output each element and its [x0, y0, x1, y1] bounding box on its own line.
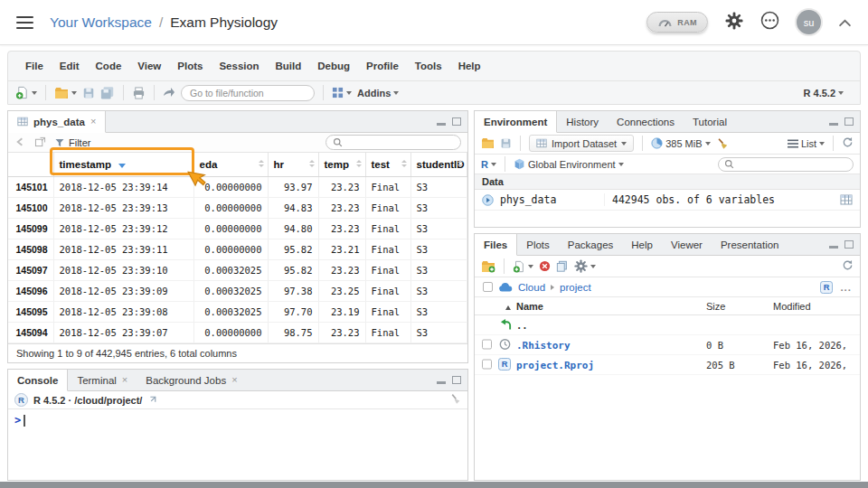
new-file-button[interactable] [15, 86, 37, 99]
close-tab-icon[interactable] [231, 375, 237, 385]
minimize-pane-icon[interactable] [829, 117, 838, 126]
breadcrumb-project-link[interactable]: project [560, 282, 591, 293]
save-all-button[interactable] [100, 86, 115, 99]
column-header-test[interactable]: test [365, 153, 410, 176]
menu-item-plots[interactable]: Plots [169, 61, 211, 71]
table-row[interactable]: 1450962018-12-05 23:39:090.0003202597.38… [8, 280, 467, 301]
data-search-input[interactable] [346, 137, 454, 148]
menu-item-file[interactable]: File [17, 61, 52, 71]
save-workspace-icon[interactable] [500, 137, 512, 149]
hamburger-menu-icon[interactable] [16, 16, 33, 29]
tab-background-jobs[interactable]: Background Jobs [137, 370, 246, 390]
tab-presentation[interactable]: Presentation [712, 234, 788, 255]
tab-files[interactable]: Files [475, 234, 517, 256]
file-link[interactable]: .Rhistory [516, 339, 571, 351]
column-header-temp[interactable]: temp [318, 153, 365, 176]
minimize-pane-icon[interactable] [829, 240, 838, 249]
menu-item-edit[interactable]: Edit [52, 61, 88, 71]
new-blank-file-button[interactable] [513, 260, 533, 273]
environment-object-row[interactable]: phys_data 442945 obs. of 6 variables [475, 190, 860, 211]
user-avatar[interactable]: su [797, 10, 821, 34]
refresh-icon[interactable] [842, 136, 854, 150]
open-file-button[interactable] [54, 87, 77, 99]
menu-item-build[interactable]: Build [268, 61, 310, 71]
tab-phys-data[interactable]: phys_data [8, 111, 106, 133]
view-data-grid-icon[interactable] [840, 194, 853, 205]
maximize-pane-icon[interactable] [452, 117, 461, 126]
table-row[interactable]: 1450992018-12-05 23:39:120.0000000094.80… [8, 218, 467, 239]
clear-console-icon[interactable] [449, 393, 461, 407]
tab-viewer[interactable]: Viewer [662, 234, 712, 255]
column-header-hr[interactable]: hr [268, 153, 318, 176]
filter-button[interactable]: Filter [54, 137, 90, 148]
column-header-name[interactable]: Name [516, 301, 543, 312]
file-checkbox[interactable] [482, 339, 492, 351]
language-selector[interactable]: R [481, 159, 496, 170]
table-row[interactable]: 1450982018-12-05 23:39:110.0000000095.82… [8, 239, 467, 259]
clear-objects-broom-icon[interactable] [716, 137, 729, 150]
table-row[interactable]: 1450972018-12-05 23:39:100.0003202595.82… [8, 259, 467, 280]
tab-connections[interactable]: Connections [608, 111, 684, 132]
r-version-selector[interactable]: R 4.5.2 [804, 88, 853, 99]
workspace-link[interactable]: Your Workspace [50, 14, 152, 31]
global-environment-selector[interactable]: Global Environment [514, 158, 624, 170]
new-folder-button[interactable] [481, 260, 495, 273]
import-dataset-button[interactable]: Import Dataset [529, 135, 634, 152]
expand-object-icon[interactable] [482, 194, 494, 206]
menu-item-help[interactable]: Help [450, 61, 489, 71]
goto-file-input[interactable] [181, 85, 315, 101]
settings-gear-icon[interactable] [725, 12, 743, 33]
environment-search-box[interactable] [718, 157, 854, 172]
file-row-up-directory[interactable]: .. [475, 315, 860, 335]
more-file-actions-button[interactable] [574, 259, 596, 273]
table-row[interactable]: 1451002018-12-05 23:39:130.0000000094.83… [8, 197, 467, 218]
tab-environment[interactable]: Environment [475, 111, 557, 133]
column-header-eda[interactable]: eda [193, 153, 268, 176]
tab-console[interactable]: Console [8, 370, 68, 391]
menu-item-view[interactable]: View [129, 61, 169, 71]
tab-packages[interactable]: Packages [559, 234, 623, 255]
rename-file-button[interactable] [556, 260, 569, 272]
select-all-checkbox[interactable] [483, 282, 493, 292]
r-project-icon[interactable]: R [820, 281, 833, 294]
tab-help[interactable]: Help [622, 234, 662, 255]
save-button[interactable] [82, 87, 95, 99]
column-header-modified[interactable]: Modified [773, 301, 811, 312]
back-icon[interactable] [14, 136, 26, 149]
file-checkbox[interactable] [482, 359, 492, 371]
column-header-timestamp[interactable]: timestamp [53, 153, 193, 176]
maximize-pane-icon[interactable] [452, 376, 461, 384]
table-row[interactable]: 1450942018-12-05 23:39:070.0000000098.75… [8, 322, 467, 343]
table-row[interactable]: 1450952018-12-05 23:39:080.0003202597.70… [8, 301, 467, 322]
tab-terminal[interactable]: Terminal [68, 370, 137, 390]
menu-item-profile[interactable]: Profile [358, 61, 407, 71]
file-row[interactable]: .Rhistory 0 B Feb 16, 2026, [475, 335, 860, 355]
menu-item-session[interactable]: Session [211, 61, 267, 71]
column-header-size[interactable]: Size [706, 301, 725, 312]
load-workspace-icon[interactable] [481, 137, 495, 149]
collapse-header-chevron-icon[interactable] [838, 14, 852, 31]
file-row[interactable]: R project.Rproj 205 B Feb 16, 2026, [475, 355, 860, 375]
console-body[interactable]: > [8, 409, 467, 431]
tab-tutorial[interactable]: Tutorial [684, 111, 736, 132]
menu-item-tools[interactable]: Tools [407, 61, 450, 71]
tab-history[interactable]: History [557, 111, 608, 132]
close-tab-icon[interactable] [122, 375, 127, 385]
refresh-icon[interactable] [842, 259, 854, 273]
more-options-icon[interactable] [760, 11, 779, 33]
data-search-box[interactable] [326, 135, 461, 150]
addins-grid-icon[interactable] [332, 87, 352, 99]
sort-ascending-icon[interactable] [505, 301, 511, 312]
file-link[interactable]: project.Rproj [516, 359, 594, 371]
minimize-pane-icon[interactable] [437, 117, 446, 126]
column-header-studentID[interactable]: studentID [410, 153, 467, 176]
memory-usage-indicator[interactable]: 385 MiB [651, 137, 710, 149]
maximize-pane-icon[interactable] [844, 117, 854, 126]
close-tab-icon[interactable] [90, 117, 96, 127]
popout-window-icon[interactable] [34, 136, 46, 149]
maximize-pane-icon[interactable] [844, 240, 854, 249]
minimize-pane-icon[interactable] [437, 376, 446, 384]
ram-usage-chip[interactable]: RAM [646, 12, 708, 33]
addins-menu-button[interactable]: Addins [357, 88, 399, 99]
environment-search-input[interactable] [738, 159, 847, 170]
